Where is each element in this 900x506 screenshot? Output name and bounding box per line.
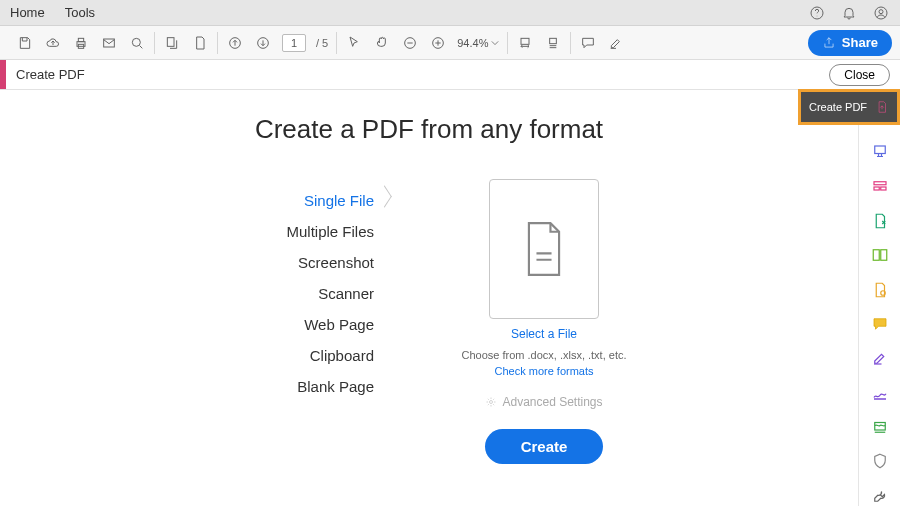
rail-fill-sign-icon[interactable] [869,279,891,299]
page-up-icon[interactable] [226,34,244,52]
source-web-page[interactable]: Web Page [194,309,374,340]
menu-bar: Home Tools [0,0,900,26]
selected-notch [374,179,388,193]
email-icon[interactable] [100,34,118,52]
svg-rect-9 [167,37,174,46]
right-rail [858,90,900,506]
toolbar: / 5 94.4% Share [0,26,900,60]
search-icon[interactable] [128,34,146,52]
zoom-level[interactable]: 94.4% [457,37,499,49]
gear-icon [485,396,497,408]
cloud-upload-icon[interactable] [44,34,62,52]
help-icon[interactable] [808,4,826,22]
share-button[interactable]: Share [808,30,892,56]
pages-thumb-icon[interactable] [163,34,181,52]
rail-protect-icon[interactable] [869,451,891,471]
page-number-input[interactable] [282,34,306,52]
fit-page-icon[interactable] [544,34,562,52]
svg-rect-15 [550,38,557,43]
source-multiple-files[interactable]: Multiple Files [194,216,374,247]
menu-home[interactable]: Home [10,5,45,20]
svg-rect-19 [874,187,879,190]
print-icon[interactable] [72,34,90,52]
check-formats-link[interactable]: Check more formats [424,365,664,377]
hand-icon[interactable] [373,34,391,52]
svg-point-1 [817,15,818,16]
bell-icon[interactable] [840,4,858,22]
rail-stamp-icon[interactable] [869,417,891,437]
rail-edit-icon[interactable] [869,176,891,196]
create-pdf-callout[interactable]: Create PDF [798,90,858,125]
svg-rect-20 [880,187,885,190]
page-icon[interactable] [191,34,209,52]
svg-point-8 [132,38,140,46]
svg-rect-7 [104,39,115,47]
source-blank-page[interactable]: Blank Page [194,371,374,402]
source-clipboard[interactable]: Clipboard [194,340,374,371]
save-icon[interactable] [16,34,34,52]
svg-rect-17 [874,146,885,154]
select-file-link[interactable]: Select a File [424,327,664,341]
advanced-settings[interactable]: Advanced Settings [424,395,664,409]
svg-rect-18 [874,181,886,184]
zoom-in-icon[interactable] [429,34,447,52]
svg-rect-21 [873,250,879,261]
rail-export-pdf-icon[interactable] [869,211,891,231]
svg-point-3 [879,9,883,13]
svg-point-16 [490,401,493,404]
main-area: Create PDF Create a PDF from any format … [0,90,900,506]
rail-export-icon[interactable] [869,142,891,162]
source-list: Single File Multiple Files Screenshot Sc… [194,179,374,464]
context-title: Create PDF [6,67,85,82]
rail-note-icon[interactable] [869,314,891,334]
zoom-out-icon[interactable] [401,34,419,52]
rail-sign-icon[interactable] [869,348,891,368]
profile-icon[interactable] [872,4,890,22]
page-heading: Create a PDF from any format [0,114,858,145]
svg-rect-22 [880,250,886,261]
svg-rect-14 [521,38,529,44]
context-bar: Create PDF Close [0,60,900,90]
source-scanner[interactable]: Scanner [194,278,374,309]
close-button[interactable]: Close [829,64,890,86]
rail-more-tools-icon[interactable] [869,486,891,506]
svg-rect-5 [78,38,83,41]
choose-formats-text: Choose from .docx, .xlsx, .txt, etc. [424,349,664,361]
page-total: / 5 [316,37,328,49]
create-button[interactable]: Create [485,429,604,464]
page-down-icon[interactable] [254,34,272,52]
source-screenshot[interactable]: Screenshot [194,247,374,278]
rail-organize-icon[interactable] [869,245,891,265]
comment-icon[interactable] [579,34,597,52]
file-drop-zone[interactable] [489,179,599,319]
menu-tools[interactable]: Tools [65,5,95,20]
document-icon [522,221,566,277]
fit-width-icon[interactable] [516,34,534,52]
highlight-icon[interactable] [607,34,625,52]
pointer-icon[interactable] [345,34,363,52]
source-single-file[interactable]: Single File [194,185,374,216]
rail-lock-icon[interactable] [869,383,891,403]
